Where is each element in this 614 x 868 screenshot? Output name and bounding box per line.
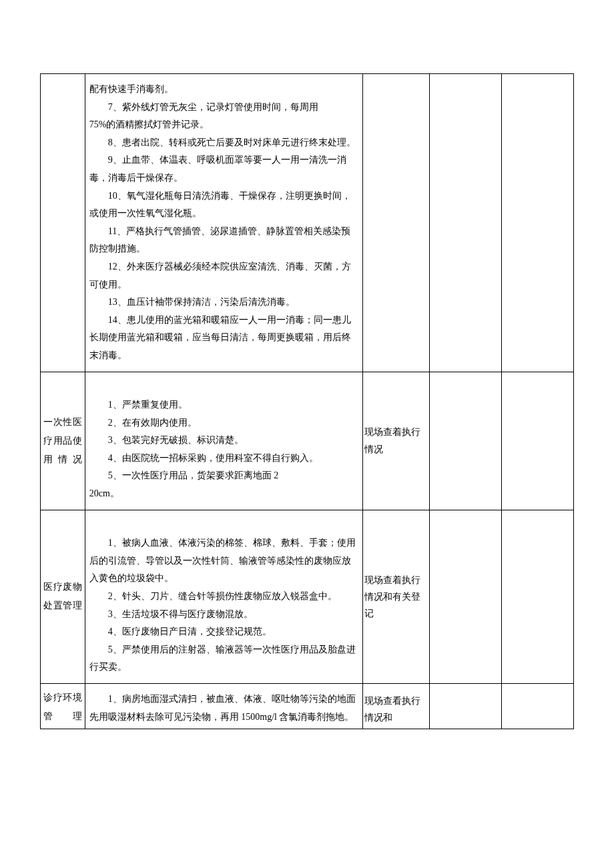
row-empty1 bbox=[430, 684, 502, 729]
content-line: 1、病房地面湿式清扫，被血液、体液、呕吐物等污染的地面先用吸湿材料去除可见污染物… bbox=[89, 691, 358, 726]
content-line: 3、包装完好无破损、标识清楚。 bbox=[89, 432, 358, 450]
row-empty2 bbox=[501, 510, 573, 683]
content-line: 4、医疗废物日产日清，交接登记规范。 bbox=[89, 623, 358, 641]
content-line: 1、严禁重复使用。 bbox=[89, 396, 358, 414]
content-line: 1、被病人血液、体液污染的棉签、棉球、敷料、手套；使用后的引流管、导管以及一次性… bbox=[89, 534, 358, 588]
content-line: 2、针头、刀片、缝合针等损伤性废物应放入锐器盒中。 bbox=[89, 588, 358, 606]
content-line: 20cm。 bbox=[89, 485, 358, 503]
row-label-cell: 一次性医疗用品使用情况 bbox=[41, 372, 85, 510]
content-line: 5、一次性医疗用品，货架要求距离地面 2 bbox=[89, 467, 358, 485]
content-line: 配有快速手消毒剂。 bbox=[89, 81, 358, 99]
row-check: 现场查看执行情况和 bbox=[364, 696, 420, 723]
content-line: 2、在有效期内使用。 bbox=[89, 414, 358, 432]
content-text: 1、病房地面湿式清扫，被血液、体液、呕吐物等污染的地面先用吸湿材料去除可见污染物… bbox=[87, 687, 361, 726]
row-empty1 bbox=[430, 74, 502, 372]
content-line: 4、由医院统一招标采购，使用科室不得自行购入。 bbox=[89, 450, 358, 468]
row-empty1 bbox=[430, 510, 502, 683]
content-line: 8、患者出院、转科或死亡后要及时对床单元进行终末处理。 bbox=[89, 134, 358, 152]
row-content-cell: 配有快速手消毒剂。 7、紫外线灯管无灰尘，记录灯管使用时间，每周用 75%的酒精… bbox=[85, 74, 362, 372]
row-content-cell: 1、被病人血液、体液污染的棉签、棉球、敷料、手套；使用后的引流管、导管以及一次性… bbox=[85, 510, 362, 683]
row-empty2 bbox=[501, 372, 573, 510]
content-line: 75%的酒精擦拭灯管并记录。 bbox=[89, 116, 358, 134]
content-line: 12、外来医疗器械必须经本院供应室清洗、消毒、灭菌，方可使用。 bbox=[89, 258, 358, 294]
table-row: 医疗废物处置管理 1、被病人血液、体液污染的棉签、棉球、敷料、手套；使用后的引流… bbox=[41, 510, 574, 683]
row-label: 医疗废物处置管理 bbox=[43, 582, 82, 610]
content-text: 1、被病人血液、体液污染的棉签、棉球、敷料、手套；使用后的引流管、导管以及一次性… bbox=[87, 513, 361, 681]
table-row: 诊疗环境管理 1、病房地面湿式清扫，被血液、体液、呕吐物等污染的地面先用吸湿材料… bbox=[41, 684, 574, 729]
content-line: 11、严格执行气管插管、泌尿道插管、静脉置管相关感染预防控制措施。 bbox=[89, 223, 358, 258]
row-check-cell: 现场查着执行情况和有关登记 bbox=[363, 510, 430, 683]
content-line: 5、严禁使用后的注射器、输液器等一次性医疗用品及胎盘进行买卖。 bbox=[89, 641, 358, 677]
row-check-cell bbox=[363, 74, 430, 372]
inspection-table: 配有快速手消毒剂。 7、紫外线灯管无灰尘，记录灯管使用时间，每周用 75%的酒精… bbox=[40, 73, 574, 729]
row-content-cell: 1、病房地面湿式清扫，被血液、体液、呕吐物等污染的地面先用吸湿材料去除可见污染物… bbox=[85, 684, 362, 729]
row-empty2 bbox=[501, 684, 573, 729]
document-page: 配有快速手消毒剂。 7、紫外线灯管无灰尘，记录灯管使用时间，每周用 75%的酒精… bbox=[0, 0, 614, 756]
row-label-cell: 诊疗环境管理 bbox=[41, 684, 85, 729]
content-line: 9、止血带、体温表、呼吸机面罩等要一人一用一清洗一消毒，消毒后干燥保存。 bbox=[89, 151, 358, 187]
row-check-cell: 现场查着执行情况 bbox=[363, 372, 430, 510]
content-line: 10、氧气湿化瓶每日清洗消毒、干燥保存，注明更换时间，或使用一次性氧气湿化瓶。 bbox=[89, 187, 358, 223]
row-check-cell: 现场查看执行情况和 bbox=[363, 684, 430, 729]
content-line: 7、紫外线灯管无灰尘，记录灯管使用时间，每周用 bbox=[89, 99, 358, 117]
row-label-cell: 医疗废物处置管理 bbox=[41, 510, 85, 683]
row-label-cell bbox=[41, 74, 85, 372]
row-check: 现场查着执行情况 bbox=[364, 427, 420, 454]
content-line: 13、血压计袖带保持清洁，污染后清洗消毒。 bbox=[89, 294, 358, 312]
table-row: 配有快速手消毒剂。 7、紫外线灯管无灰尘，记录灯管使用时间，每周用 75%的酒精… bbox=[41, 74, 574, 372]
content-line: 3、生活垃圾不得与医疗废物混放。 bbox=[89, 606, 358, 624]
content-line: 14、患儿使用的蓝光箱和暖箱应一人一用一消毒；同一患儿长期使用蓝光箱和暖箱，应当… bbox=[89, 312, 358, 365]
content-text: 配有快速手消毒剂。 7、紫外线灯管无灰尘，记录灯管使用时间，每周用 75%的酒精… bbox=[87, 77, 361, 369]
row-empty2 bbox=[501, 74, 573, 372]
row-content-cell: 1、严禁重复使用。 2、在有效期内使用。 3、包装完好无破损、标识清楚。 4、由… bbox=[85, 372, 362, 510]
row-label: 一次性医疗用品使用情况 bbox=[43, 417, 82, 464]
table-row: 一次性医疗用品使用情况 1、严禁重复使用。 2、在有效期内使用。 3、包装完好无… bbox=[41, 372, 574, 510]
row-check: 现场查着执行情况和有关登记 bbox=[364, 575, 420, 618]
content-text: 1、严禁重复使用。 2、在有效期内使用。 3、包装完好无破损、标识清楚。 4、由… bbox=[87, 375, 361, 507]
row-label: 诊疗环境管理 bbox=[43, 693, 82, 721]
row-empty1 bbox=[430, 372, 502, 510]
